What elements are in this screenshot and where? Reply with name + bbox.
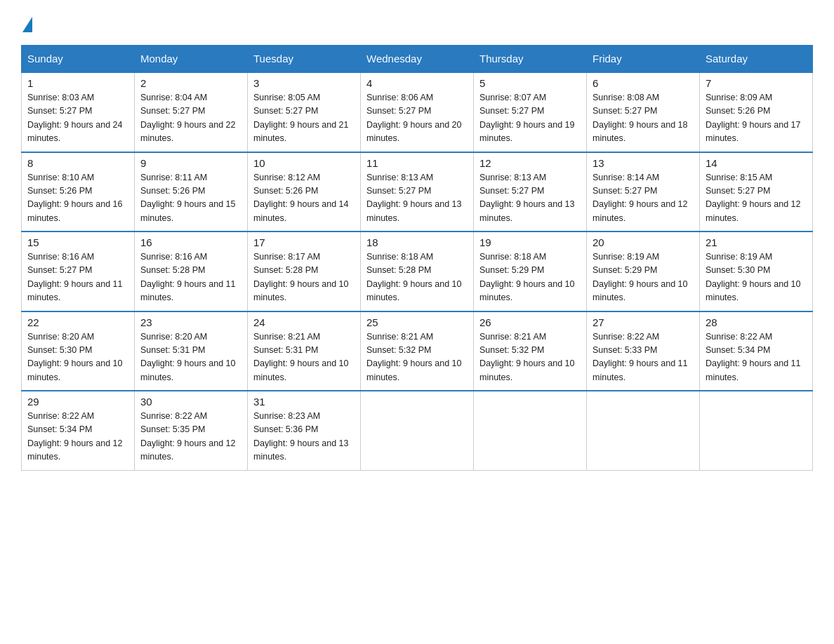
col-monday: Monday xyxy=(135,46,248,73)
calendar-cell: 14Sunrise: 8:15 AMSunset: 5:27 PMDayligh… xyxy=(700,152,813,232)
day-number: 14 xyxy=(706,157,807,169)
day-info: Sunrise: 8:15 AMSunset: 5:27 PMDaylight:… xyxy=(706,171,807,226)
day-info: Sunrise: 8:14 AMSunset: 5:27 PMDaylight:… xyxy=(593,171,694,226)
week-row-4: 22Sunrise: 8:20 AMSunset: 5:30 PMDayligh… xyxy=(22,311,813,391)
col-thursday: Thursday xyxy=(474,46,587,73)
day-number: 15 xyxy=(27,236,128,248)
day-info: Sunrise: 8:20 AMSunset: 5:31 PMDaylight:… xyxy=(140,330,241,385)
day-info: Sunrise: 8:19 AMSunset: 5:29 PMDaylight:… xyxy=(593,250,694,305)
day-number: 16 xyxy=(140,236,241,248)
calendar-cell: 19Sunrise: 8:18 AMSunset: 5:29 PMDayligh… xyxy=(474,232,587,311)
logo xyxy=(21,14,32,32)
day-info: Sunrise: 8:08 AMSunset: 5:27 PMDaylight:… xyxy=(593,91,694,146)
day-number: 24 xyxy=(253,316,355,328)
calendar-cell: 22Sunrise: 8:20 AMSunset: 5:30 PMDayligh… xyxy=(22,311,135,391)
week-row-2: 8Sunrise: 8:10 AMSunset: 5:26 PMDaylight… xyxy=(22,152,813,232)
day-number: 3 xyxy=(253,77,355,89)
calendar-cell: 17Sunrise: 8:17 AMSunset: 5:28 PMDayligh… xyxy=(248,232,361,311)
calendar-cell: 20Sunrise: 8:19 AMSunset: 5:29 PMDayligh… xyxy=(587,232,700,311)
calendar-cell: 1Sunrise: 8:03 AMSunset: 5:27 PMDaylight… xyxy=(22,72,135,152)
day-number: 12 xyxy=(479,157,581,169)
day-info: Sunrise: 8:03 AMSunset: 5:27 PMDaylight:… xyxy=(27,91,128,146)
calendar-cell: 11Sunrise: 8:13 AMSunset: 5:27 PMDayligh… xyxy=(361,152,474,232)
day-number: 29 xyxy=(27,396,128,408)
day-number: 22 xyxy=(27,316,128,328)
day-info: Sunrise: 8:21 AMSunset: 5:32 PMDaylight:… xyxy=(366,330,468,385)
week-row-3: 15Sunrise: 8:16 AMSunset: 5:27 PMDayligh… xyxy=(22,232,813,311)
calendar-cell: 28Sunrise: 8:22 AMSunset: 5:34 PMDayligh… xyxy=(700,311,813,391)
day-number: 8 xyxy=(27,157,128,169)
day-info: Sunrise: 8:09 AMSunset: 5:26 PMDaylight:… xyxy=(706,91,807,146)
day-number: 2 xyxy=(140,77,241,89)
day-number: 7 xyxy=(706,77,807,89)
calendar-cell xyxy=(474,391,587,470)
day-number: 9 xyxy=(140,157,241,169)
calendar-cell: 15Sunrise: 8:16 AMSunset: 5:27 PMDayligh… xyxy=(22,232,135,311)
day-info: Sunrise: 8:20 AMSunset: 5:30 PMDaylight:… xyxy=(27,330,128,385)
calendar-cell: 10Sunrise: 8:12 AMSunset: 5:26 PMDayligh… xyxy=(248,152,361,232)
calendar-cell: 25Sunrise: 8:21 AMSunset: 5:32 PMDayligh… xyxy=(361,311,474,391)
day-info: Sunrise: 8:04 AMSunset: 5:27 PMDaylight:… xyxy=(140,91,241,146)
calendar-cell: 4Sunrise: 8:06 AMSunset: 5:27 PMDaylight… xyxy=(361,72,474,152)
day-info: Sunrise: 8:06 AMSunset: 5:27 PMDaylight:… xyxy=(366,91,468,146)
calendar-cell: 8Sunrise: 8:10 AMSunset: 5:26 PMDaylight… xyxy=(22,152,135,232)
day-number: 27 xyxy=(593,316,694,328)
day-number: 4 xyxy=(366,77,468,89)
day-info: Sunrise: 8:10 AMSunset: 5:26 PMDaylight:… xyxy=(27,171,128,226)
day-info: Sunrise: 8:21 AMSunset: 5:31 PMDaylight:… xyxy=(253,330,355,385)
col-tuesday: Tuesday xyxy=(248,46,361,73)
calendar-cell: 6Sunrise: 8:08 AMSunset: 5:27 PMDaylight… xyxy=(587,72,700,152)
day-info: Sunrise: 8:16 AMSunset: 5:27 PMDaylight:… xyxy=(27,250,128,305)
day-info: Sunrise: 8:19 AMSunset: 5:30 PMDaylight:… xyxy=(706,250,807,305)
calendar-cell: 21Sunrise: 8:19 AMSunset: 5:30 PMDayligh… xyxy=(700,232,813,311)
day-number: 19 xyxy=(479,236,581,248)
day-number: 20 xyxy=(593,236,694,248)
col-wednesday: Wednesday xyxy=(361,46,474,73)
header-row: Sunday Monday Tuesday Wednesday Thursday… xyxy=(22,46,813,73)
col-friday: Friday xyxy=(587,46,700,73)
day-info: Sunrise: 8:13 AMSunset: 5:27 PMDaylight:… xyxy=(366,171,468,226)
calendar-cell xyxy=(700,391,813,470)
week-row-1: 1Sunrise: 8:03 AMSunset: 5:27 PMDaylight… xyxy=(22,72,813,152)
calendar-cell: 26Sunrise: 8:21 AMSunset: 5:32 PMDayligh… xyxy=(474,311,587,391)
day-number: 26 xyxy=(479,316,581,328)
day-number: 30 xyxy=(140,396,241,408)
calendar-cell: 31Sunrise: 8:23 AMSunset: 5:36 PMDayligh… xyxy=(248,391,361,470)
calendar-cell: 30Sunrise: 8:22 AMSunset: 5:35 PMDayligh… xyxy=(135,391,248,470)
day-number: 10 xyxy=(253,157,355,169)
calendar-cell: 18Sunrise: 8:18 AMSunset: 5:28 PMDayligh… xyxy=(361,232,474,311)
day-number: 6 xyxy=(593,77,694,89)
col-sunday: Sunday xyxy=(22,46,135,73)
day-number: 31 xyxy=(253,396,355,408)
day-number: 23 xyxy=(140,316,241,328)
week-row-5: 29Sunrise: 8:22 AMSunset: 5:34 PMDayligh… xyxy=(22,391,813,470)
calendar-table: Sunday Monday Tuesday Wednesday Thursday… xyxy=(21,45,813,471)
day-number: 1 xyxy=(27,77,128,89)
day-info: Sunrise: 8:07 AMSunset: 5:27 PMDaylight:… xyxy=(479,91,581,146)
day-info: Sunrise: 8:22 AMSunset: 5:35 PMDaylight:… xyxy=(140,410,241,464)
calendar-cell: 13Sunrise: 8:14 AMSunset: 5:27 PMDayligh… xyxy=(587,152,700,232)
day-info: Sunrise: 8:16 AMSunset: 5:28 PMDaylight:… xyxy=(140,250,241,305)
day-info: Sunrise: 8:23 AMSunset: 5:36 PMDaylight:… xyxy=(253,410,355,464)
calendar-cell: 12Sunrise: 8:13 AMSunset: 5:27 PMDayligh… xyxy=(474,152,587,232)
calendar-cell: 7Sunrise: 8:09 AMSunset: 5:26 PMDaylight… xyxy=(700,72,813,152)
day-info: Sunrise: 8:05 AMSunset: 5:27 PMDaylight:… xyxy=(253,91,355,146)
day-info: Sunrise: 8:22 AMSunset: 5:33 PMDaylight:… xyxy=(593,330,694,385)
day-info: Sunrise: 8:22 AMSunset: 5:34 PMDaylight:… xyxy=(706,330,807,385)
header xyxy=(21,14,813,32)
day-info: Sunrise: 8:21 AMSunset: 5:32 PMDaylight:… xyxy=(479,330,581,385)
day-number: 13 xyxy=(593,157,694,169)
day-number: 11 xyxy=(366,157,468,169)
calendar-cell: 9Sunrise: 8:11 AMSunset: 5:26 PMDaylight… xyxy=(135,152,248,232)
calendar-cell xyxy=(587,391,700,470)
calendar-cell: 5Sunrise: 8:07 AMSunset: 5:27 PMDaylight… xyxy=(474,72,587,152)
day-number: 17 xyxy=(253,236,355,248)
calendar-cell: 27Sunrise: 8:22 AMSunset: 5:33 PMDayligh… xyxy=(587,311,700,391)
day-info: Sunrise: 8:12 AMSunset: 5:26 PMDaylight:… xyxy=(253,171,355,226)
day-info: Sunrise: 8:13 AMSunset: 5:27 PMDaylight:… xyxy=(479,171,581,226)
day-info: Sunrise: 8:11 AMSunset: 5:26 PMDaylight:… xyxy=(140,171,241,226)
calendar-cell: 3Sunrise: 8:05 AMSunset: 5:27 PMDaylight… xyxy=(248,72,361,152)
day-number: 28 xyxy=(706,316,807,328)
calendar-cell xyxy=(361,391,474,470)
calendar-cell: 2Sunrise: 8:04 AMSunset: 5:27 PMDaylight… xyxy=(135,72,248,152)
